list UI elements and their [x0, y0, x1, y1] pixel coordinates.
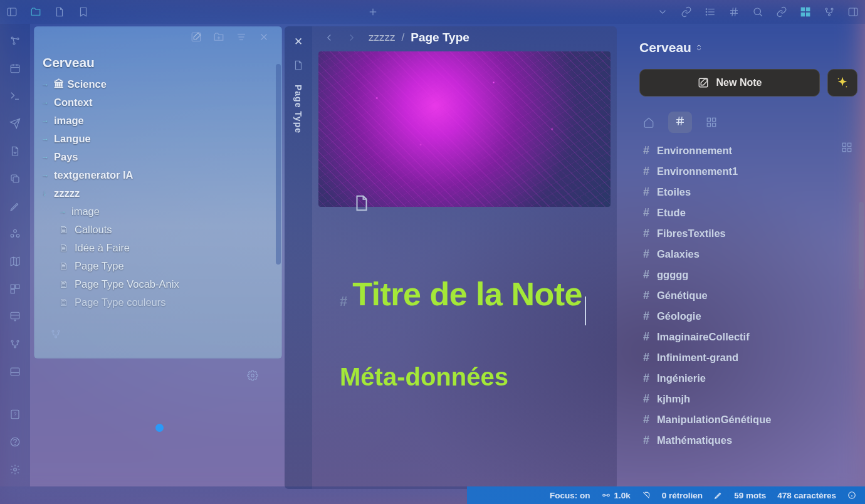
- tree-child[interactable]: 🗎Page Type Vocab-Anix: [39, 275, 277, 293]
- tree-child[interactable]: 🗎Idée à Faire: [39, 239, 277, 257]
- tag-item[interactable]: #Environnement1: [643, 165, 857, 178]
- grid-corner-icon[interactable]: [841, 142, 852, 153]
- tree-child[interactable]: →image: [39, 202, 277, 221]
- tag-item[interactable]: #Mathématiques: [643, 434, 857, 447]
- panel-icon[interactable]: [9, 366, 21, 377]
- pen-icon[interactable]: [9, 201, 21, 212]
- plus-icon[interactable]: [367, 6, 379, 18]
- svg-rect-16: [801, 8, 804, 11]
- tree-folder-open[interactable]: →zzzzz: [39, 184, 277, 202]
- banner-image: [318, 51, 611, 207]
- squares-icon[interactable]: [9, 283, 21, 295]
- link-icon[interactable]: [681, 6, 692, 18]
- tree-folder[interactable]: →Context: [39, 93, 277, 112]
- right-panel-icon[interactable]: [847, 6, 859, 18]
- status-bar: Focus: on 1.0k 0 rétrolien 59 mots 478 c…: [0, 486, 865, 504]
- sparkle-button[interactable]: [827, 69, 857, 97]
- tag-item[interactable]: #Génétique: [643, 289, 857, 302]
- tag-item[interactable]: #Etude: [643, 206, 857, 219]
- branch-icon[interactable]: [824, 6, 835, 18]
- status-words[interactable]: 59 mots: [734, 491, 766, 500]
- terminal-icon[interactable]: [9, 90, 21, 102]
- forward-icon[interactable]: [346, 32, 357, 43]
- tree-folder[interactable]: →textgenerator IA: [39, 166, 277, 184]
- tag-item[interactable]: #ManipulationGénétique: [643, 413, 857, 426]
- tag-item[interactable]: #Infiniment-grand: [643, 351, 857, 364]
- search-icon[interactable]: [752, 6, 763, 18]
- grid-small-icon[interactable]: [706, 117, 717, 128]
- svg-rect-84: [842, 149, 846, 152]
- hash-icon[interactable]: [728, 6, 740, 18]
- tag-item[interactable]: #Etoiles: [643, 186, 857, 199]
- status-sync-off[interactable]: [642, 491, 651, 500]
- tree-folder[interactable]: →image: [39, 112, 277, 130]
- fork-icon[interactable]: [9, 339, 21, 350]
- calendar-icon[interactable]: [9, 63, 21, 74]
- hash-tab-icon[interactable]: [668, 112, 692, 133]
- svg-rect-24: [849, 8, 857, 16]
- tree-child[interactable]: 🗎Callouts: [39, 221, 277, 239]
- scrollbar-thumb[interactable]: [276, 64, 281, 265]
- list-icon[interactable]: [705, 6, 716, 18]
- send-icon[interactable]: [9, 118, 21, 129]
- help-file-icon[interactable]: ?: [9, 409, 21, 420]
- note-h2[interactable]: Méta-données: [340, 363, 599, 391]
- grid-icon[interactable]: [800, 6, 811, 18]
- tag-item[interactable]: #Géologie: [643, 310, 857, 323]
- help-icon[interactable]: [9, 436, 21, 448]
- svg-point-27: [17, 38, 19, 40]
- tree-folder[interactable]: →Langue: [39, 130, 277, 148]
- status-focus[interactable]: Focus: on: [550, 491, 590, 500]
- collapse-icon[interactable]: [258, 31, 270, 43]
- graph-icon[interactable]: [9, 35, 21, 46]
- sort-icon[interactable]: [236, 31, 247, 43]
- tree-child[interactable]: 🗎Page Type: [39, 257, 277, 275]
- tag-item[interactable]: #ggggg: [643, 268, 857, 281]
- status-edit-icon[interactable]: [714, 491, 723, 500]
- settings-icon[interactable]: [9, 464, 21, 475]
- scrollbar-thumb[interactable]: [859, 202, 864, 290]
- tag-item[interactable]: #kjhmjh: [643, 392, 857, 406]
- note-title[interactable]: Titre de la Note: [352, 276, 582, 312]
- link2-icon[interactable]: [776, 6, 787, 18]
- new-note-button[interactable]: New Note: [639, 69, 820, 97]
- vtab-label: Page Type: [293, 85, 303, 134]
- tag-item[interactable]: #ImaginaireCollectif: [643, 330, 857, 344]
- map-icon[interactable]: [9, 256, 21, 267]
- bookmark-icon[interactable]: [78, 6, 89, 18]
- file-down-icon[interactable]: [9, 145, 21, 157]
- status-chars[interactable]: 478 caractères: [777, 491, 836, 500]
- home-icon[interactable]: [643, 117, 654, 128]
- titlebar: [0, 0, 865, 24]
- tree-child[interactable]: 🗎Page Type couleurs: [39, 293, 277, 312]
- cube-icon[interactable]: [9, 228, 21, 239]
- tag-item[interactable]: #Environnement: [643, 144, 857, 157]
- edit-icon[interactable]: [191, 31, 202, 43]
- rs-title[interactable]: Cerveau: [639, 40, 857, 55]
- tag-item[interactable]: #Galaxies: [643, 248, 857, 261]
- status-size[interactable]: 1.0k: [602, 491, 631, 500]
- chevron-down-icon[interactable]: [657, 6, 668, 18]
- git-branch-icon[interactable]: [50, 328, 61, 340]
- sidebar-toggle-icon[interactable]: [6, 6, 18, 18]
- new-folder-icon[interactable]: [213, 31, 224, 43]
- svg-rect-45: [11, 312, 19, 319]
- gear-icon[interactable]: [247, 370, 258, 381]
- file-icon[interactable]: [54, 6, 65, 18]
- tag-item[interactable]: #FibresTextiles: [643, 227, 857, 240]
- layout-plus-icon[interactable]: [9, 311, 21, 322]
- folder-icon[interactable]: [30, 6, 41, 18]
- back-icon[interactable]: [323, 32, 335, 43]
- breadcrumb[interactable]: zzzzz / Page Type: [369, 31, 469, 45]
- vertical-tab[interactable]: ✕ Page Type: [285, 26, 312, 489]
- copy-icon[interactable]: [9, 173, 21, 184]
- svg-point-72: [838, 78, 839, 80]
- tree-folder[interactable]: →Pays: [39, 148, 277, 166]
- tag-item[interactable]: #Ingénierie: [643, 372, 857, 385]
- close-icon[interactable]: ✕: [294, 35, 303, 48]
- svg-line-29: [13, 38, 17, 39]
- status-backlinks[interactable]: 0 rétrolien: [662, 491, 703, 500]
- svg-rect-83: [848, 143, 851, 146]
- tree-folder[interactable]: →🏛 Science: [39, 75, 277, 93]
- status-info-icon[interactable]: [847, 491, 856, 500]
